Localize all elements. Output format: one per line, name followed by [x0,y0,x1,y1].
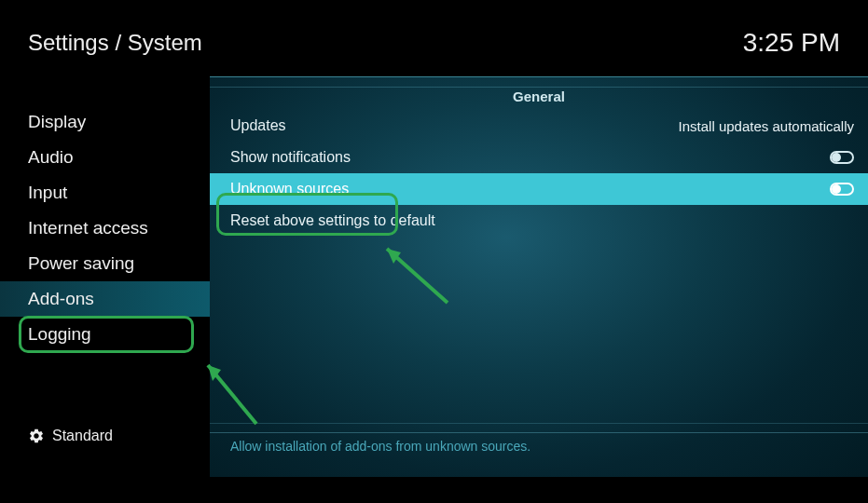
toggle-off-icon [830,151,854,164]
settings-level-label: Standard [52,428,113,444]
section-header: General [210,77,868,110]
setting-reset-defaults[interactable]: Reset above settings to default [210,205,868,237]
settings-panel: General Updates Install updates automati… [210,76,868,477]
settings-level-button[interactable]: Standard [0,428,210,477]
sidebar-item-audio[interactable]: Audio [0,140,210,175]
setting-unknown-sources[interactable]: Unknown sources [210,173,868,205]
sidebar-item-display[interactable]: Display [0,104,210,140]
setting-label: Reset above settings to default [230,212,854,229]
sidebar-item-add-ons[interactable]: Add-ons [0,281,210,317]
breadcrumb: Settings / System [28,30,202,56]
hint-text: Allow installation of add-ons from unkno… [230,439,868,454]
setting-show-notifications[interactable]: Show notifications [210,142,868,173]
setting-value: Install updates automatically [679,118,854,134]
toggle-off-icon [830,183,854,196]
gear-icon [28,428,45,444]
setting-label: Show notifications [230,149,830,166]
sidebar-item-internet-access[interactable]: Internet access [0,211,210,246]
sidebar: Display Audio Input Internet access Powe… [0,76,210,477]
sidebar-item-logging[interactable]: Logging [0,317,210,352]
sidebar-item-input[interactable]: Input [0,175,210,211]
clock: 3:25 PM [743,28,840,58]
sidebar-item-power-saving[interactable]: Power saving [0,246,210,281]
setting-updates[interactable]: Updates Install updates automatically [210,110,868,142]
setting-label: Updates [230,117,679,134]
setting-label: Unknown sources [230,181,830,197]
